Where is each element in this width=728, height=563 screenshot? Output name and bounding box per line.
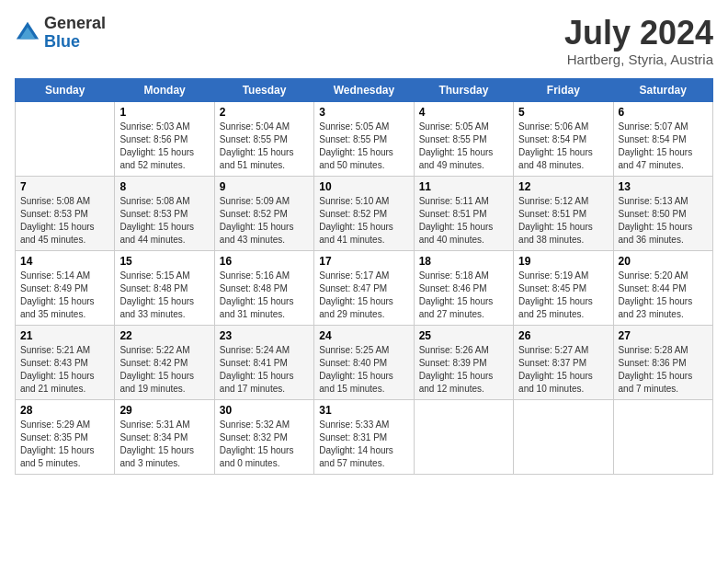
- calendar-cell: 12Sunrise: 5:12 AM Sunset: 8:51 PM Dayli…: [514, 176, 613, 250]
- calendar-week-row: 14Sunrise: 5:14 AM Sunset: 8:49 PM Dayli…: [16, 250, 713, 325]
- calendar-cell: 5Sunrise: 5:06 AM Sunset: 8:54 PM Daylig…: [514, 101, 613, 176]
- calendar-cell: 13Sunrise: 5:13 AM Sunset: 8:50 PM Dayli…: [613, 176, 712, 250]
- calendar-cell: 21Sunrise: 5:21 AM Sunset: 8:43 PM Dayli…: [16, 325, 115, 399]
- day-number: 19: [518, 255, 608, 268]
- day-number: 14: [20, 255, 109, 268]
- weekday-header-wednesday: Wednesday: [314, 78, 414, 101]
- day-number: 5: [518, 106, 608, 119]
- calendar-cell: 17Sunrise: 5:17 AM Sunset: 8:47 PM Dayli…: [314, 250, 414, 325]
- day-number: 2: [220, 106, 309, 119]
- calendar-table: SundayMondayTuesdayWednesdayThursdayFrid…: [15, 78, 713, 475]
- day-number: 6: [619, 106, 708, 119]
- day-info: Sunrise: 5:21 AM Sunset: 8:43 PM Dayligh…: [20, 344, 109, 396]
- calendar-body: 1Sunrise: 5:03 AM Sunset: 8:56 PM Daylig…: [16, 101, 713, 474]
- day-info: Sunrise: 5:28 AM Sunset: 8:36 PM Dayligh…: [619, 344, 708, 396]
- day-number: 3: [319, 106, 408, 119]
- day-info: Sunrise: 5:13 AM Sunset: 8:50 PM Dayligh…: [619, 195, 708, 247]
- day-info: Sunrise: 5:05 AM Sunset: 8:55 PM Dayligh…: [419, 121, 508, 172]
- day-number: 27: [619, 329, 708, 342]
- day-info: Sunrise: 5:31 AM Sunset: 8:34 PM Dayligh…: [119, 419, 209, 470]
- weekday-header-row: SundayMondayTuesdayWednesdayThursdayFrid…: [16, 78, 713, 101]
- day-info: Sunrise: 5:10 AM Sunset: 8:52 PM Dayligh…: [319, 195, 408, 247]
- calendar-cell: 8Sunrise: 5:08 AM Sunset: 8:53 PM Daylig…: [115, 176, 214, 250]
- day-info: Sunrise: 5:12 AM Sunset: 8:51 PM Dayligh…: [518, 195, 608, 247]
- day-info: Sunrise: 5:19 AM Sunset: 8:45 PM Dayligh…: [518, 270, 608, 321]
- calendar-cell: 26Sunrise: 5:27 AM Sunset: 8:37 PM Dayli…: [514, 325, 613, 399]
- day-info: Sunrise: 5:24 AM Sunset: 8:41 PM Dayligh…: [220, 344, 309, 396]
- day-info: Sunrise: 5:29 AM Sunset: 8:35 PM Dayligh…: [20, 419, 109, 470]
- weekday-header-saturday: Saturday: [613, 78, 712, 101]
- day-info: Sunrise: 5:32 AM Sunset: 8:32 PM Dayligh…: [220, 419, 309, 470]
- day-info: Sunrise: 5:26 AM Sunset: 8:39 PM Dayligh…: [419, 344, 508, 396]
- calendar-cell: 28Sunrise: 5:29 AM Sunset: 8:35 PM Dayli…: [16, 399, 115, 474]
- calendar-cell: 15Sunrise: 5:15 AM Sunset: 8:48 PM Dayli…: [115, 250, 214, 325]
- day-number: 31: [319, 404, 408, 417]
- day-number: 22: [119, 329, 209, 342]
- day-info: Sunrise: 5:22 AM Sunset: 8:42 PM Dayligh…: [119, 344, 209, 396]
- calendar-cell: 3Sunrise: 5:05 AM Sunset: 8:55 PM Daylig…: [314, 101, 414, 176]
- calendar-cell: 22Sunrise: 5:22 AM Sunset: 8:42 PM Dayli…: [115, 325, 214, 399]
- day-info: Sunrise: 5:09 AM Sunset: 8:52 PM Dayligh…: [220, 195, 309, 247]
- day-info: Sunrise: 5:03 AM Sunset: 8:56 PM Dayligh…: [119, 121, 209, 172]
- calendar-cell: 7Sunrise: 5:08 AM Sunset: 8:53 PM Daylig…: [16, 176, 115, 250]
- weekday-header-sunday: Sunday: [16, 78, 115, 101]
- logo-icon: [15, 20, 40, 46]
- calendar-cell: 27Sunrise: 5:28 AM Sunset: 8:36 PM Dayli…: [613, 325, 712, 399]
- day-number: 9: [220, 180, 309, 193]
- calendar-cell: 4Sunrise: 5:05 AM Sunset: 8:55 PM Daylig…: [414, 101, 513, 176]
- day-info: Sunrise: 5:33 AM Sunset: 8:31 PM Dayligh…: [319, 419, 408, 470]
- logo-general: General: [44, 15, 106, 33]
- day-number: 29: [119, 404, 209, 417]
- day-number: 7: [20, 180, 109, 193]
- logo-blue: Blue: [44, 33, 106, 52]
- calendar-cell: 18Sunrise: 5:18 AM Sunset: 8:46 PM Dayli…: [414, 250, 513, 325]
- calendar-header: SundayMondayTuesdayWednesdayThursdayFrid…: [16, 78, 713, 101]
- day-info: Sunrise: 5:05 AM Sunset: 8:55 PM Dayligh…: [319, 121, 408, 172]
- day-info: Sunrise: 5:08 AM Sunset: 8:53 PM Dayligh…: [20, 195, 109, 247]
- day-number: 30: [220, 404, 309, 417]
- calendar-week-row: 28Sunrise: 5:29 AM Sunset: 8:35 PM Dayli…: [16, 399, 713, 474]
- day-info: Sunrise: 5:08 AM Sunset: 8:53 PM Dayligh…: [119, 195, 209, 247]
- day-number: 23: [220, 329, 309, 342]
- day-info: Sunrise: 5:17 AM Sunset: 8:47 PM Dayligh…: [319, 270, 408, 321]
- calendar-cell: 30Sunrise: 5:32 AM Sunset: 8:32 PM Dayli…: [214, 399, 313, 474]
- calendar-cell: 14Sunrise: 5:14 AM Sunset: 8:49 PM Dayli…: [16, 250, 115, 325]
- weekday-header-thursday: Thursday: [414, 78, 513, 101]
- day-number: 28: [20, 404, 109, 417]
- calendar-cell: 6Sunrise: 5:07 AM Sunset: 8:54 PM Daylig…: [613, 101, 712, 176]
- calendar-cell: 11Sunrise: 5:11 AM Sunset: 8:51 PM Dayli…: [414, 176, 513, 250]
- calendar-cell: [16, 101, 115, 176]
- day-info: Sunrise: 5:11 AM Sunset: 8:51 PM Dayligh…: [419, 195, 508, 247]
- day-number: 17: [319, 255, 408, 268]
- calendar-cell: 29Sunrise: 5:31 AM Sunset: 8:34 PM Dayli…: [115, 399, 214, 474]
- weekday-header-monday: Monday: [115, 78, 214, 101]
- month-year-title: July 2024: [564, 15, 713, 52]
- day-number: 4: [419, 106, 508, 119]
- day-number: 12: [518, 180, 608, 193]
- calendar-cell: 25Sunrise: 5:26 AM Sunset: 8:39 PM Dayli…: [414, 325, 513, 399]
- day-info: Sunrise: 5:25 AM Sunset: 8:40 PM Dayligh…: [319, 344, 408, 396]
- day-number: 26: [518, 329, 608, 342]
- calendar-cell: 16Sunrise: 5:16 AM Sunset: 8:48 PM Dayli…: [214, 250, 313, 325]
- calendar-cell: 2Sunrise: 5:04 AM Sunset: 8:55 PM Daylig…: [214, 101, 313, 176]
- calendar-cell: 24Sunrise: 5:25 AM Sunset: 8:40 PM Dayli…: [314, 325, 414, 399]
- calendar-cell: 31Sunrise: 5:33 AM Sunset: 8:31 PM Dayli…: [314, 399, 414, 474]
- day-number: 25: [419, 329, 508, 342]
- day-info: Sunrise: 5:18 AM Sunset: 8:46 PM Dayligh…: [419, 270, 508, 321]
- calendar-cell: 10Sunrise: 5:10 AM Sunset: 8:52 PM Dayli…: [314, 176, 414, 250]
- weekday-header-friday: Friday: [514, 78, 613, 101]
- day-number: 24: [319, 329, 408, 342]
- title-block: July 2024 Hartberg, Styria, Austria: [564, 15, 713, 67]
- page-header: General Blue July 2024 Hartberg, Styria,…: [15, 15, 713, 67]
- calendar-cell: 19Sunrise: 5:19 AM Sunset: 8:45 PM Dayli…: [514, 250, 613, 325]
- calendar-cell: 9Sunrise: 5:09 AM Sunset: 8:52 PM Daylig…: [214, 176, 313, 250]
- day-info: Sunrise: 5:14 AM Sunset: 8:49 PM Dayligh…: [20, 270, 109, 321]
- calendar-cell: 20Sunrise: 5:20 AM Sunset: 8:44 PM Dayli…: [613, 250, 712, 325]
- day-info: Sunrise: 5:27 AM Sunset: 8:37 PM Dayligh…: [518, 344, 608, 396]
- calendar-cell: 1Sunrise: 5:03 AM Sunset: 8:56 PM Daylig…: [115, 101, 214, 176]
- day-number: 11: [419, 180, 508, 193]
- day-info: Sunrise: 5:06 AM Sunset: 8:54 PM Dayligh…: [518, 121, 608, 172]
- calendar-week-row: 7Sunrise: 5:08 AM Sunset: 8:53 PM Daylig…: [16, 176, 713, 250]
- day-number: 15: [119, 255, 209, 268]
- calendar-cell: 23Sunrise: 5:24 AM Sunset: 8:41 PM Dayli…: [214, 325, 313, 399]
